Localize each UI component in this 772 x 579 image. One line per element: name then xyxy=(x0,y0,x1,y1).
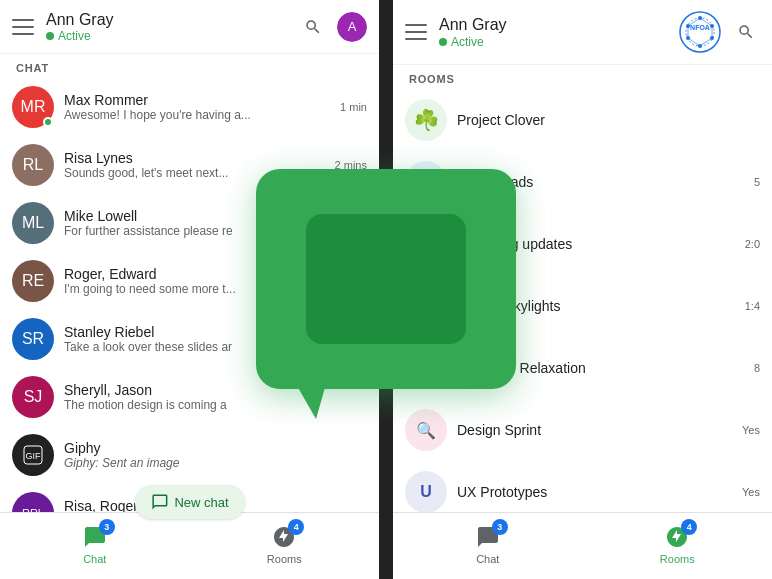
room-time-1: 5 xyxy=(754,176,760,188)
right-status-text: Active xyxy=(451,35,484,49)
left-bottom-bar: 3 Chat 4 Rooms xyxy=(0,512,379,579)
nfoa-logo-svg: NFOA xyxy=(678,10,722,54)
avatar-4: SR xyxy=(12,318,54,360)
chat-name-0: Max Rommer xyxy=(64,92,330,108)
chat-bubble-outer xyxy=(256,169,516,389)
room-content-0: Project Clover xyxy=(457,112,750,128)
new-chat-button[interactable]: New chat xyxy=(134,485,244,519)
chat-content-6: Giphy Giphy: Sent an image xyxy=(64,440,357,470)
room-time-6: Yes xyxy=(742,486,760,498)
active-dot-left xyxy=(46,32,54,40)
chat-item-giphy[interactable]: GIF Giphy Giphy: Sent an image xyxy=(0,426,379,484)
nfoa-logo: NFOA xyxy=(678,10,722,54)
room-icon-6: U xyxy=(405,471,447,512)
svg-text:NFOA: NFOA xyxy=(690,24,710,31)
left-contact-name: Ann Gray xyxy=(46,10,299,29)
right-header-icons: NFOA xyxy=(678,10,760,54)
right-header-title: Ann Gray Active xyxy=(439,15,678,48)
svg-text:GIF: GIF xyxy=(26,451,42,461)
room-name-5: Design Sprint xyxy=(457,422,732,438)
tab-chat-badge-right: 3 xyxy=(492,519,508,535)
tab-rooms-right[interactable]: 4 Rooms xyxy=(583,517,773,571)
avatar-1: RL xyxy=(12,144,54,186)
chat-preview-6: Giphy: Sent an image xyxy=(64,456,357,470)
room-time-5: Yes xyxy=(742,424,760,436)
avatar-wrap-6: GIF xyxy=(12,434,54,476)
room-time-2: 2:0 xyxy=(745,238,760,250)
avatar-5: SJ xyxy=(12,376,54,418)
room-icon-0: ☘️ xyxy=(405,99,447,141)
left-active-status: Active xyxy=(46,29,299,43)
chat-preview-0: Awesome! I hope you're having a... xyxy=(64,108,330,122)
tab-rooms-icon-wrap-left: 4 xyxy=(270,523,298,551)
left-header-title: Ann Gray Active xyxy=(46,10,299,43)
right-active-status: Active xyxy=(439,35,678,49)
room-name-0: Project Clover xyxy=(457,112,750,128)
chat-section-label: CHAT xyxy=(0,54,379,78)
tab-rooms-label-left: Rooms xyxy=(267,553,302,565)
avatar-3: RE xyxy=(12,260,54,302)
room-content-6: UX Prototypes xyxy=(457,484,732,500)
avatar-wrap-2: ML xyxy=(12,202,54,244)
right-contact-name: Ann Gray xyxy=(439,15,678,34)
avatar-wrap-3: RE xyxy=(12,260,54,302)
room-item-project-clover[interactable]: ☘️ Project Clover xyxy=(393,89,772,151)
tab-chat-label-right: Chat xyxy=(476,553,499,565)
bubble-overlay xyxy=(256,169,516,389)
chat-name-1: Risa Lynes xyxy=(64,150,325,166)
svg-point-4 xyxy=(686,18,714,46)
tab-rooms-left[interactable]: 4 Rooms xyxy=(190,517,380,571)
search-button-right[interactable] xyxy=(732,18,760,46)
tab-rooms-label-right: Rooms xyxy=(660,553,695,565)
tab-chat-icon-wrap-left: 3 xyxy=(81,523,109,551)
tab-chat-left[interactable]: 3 Chat xyxy=(0,517,190,571)
right-header: Ann Gray Active NFOA xyxy=(393,0,772,65)
online-dot-0 xyxy=(43,117,53,127)
tab-rooms-icon-wrap-right: 4 xyxy=(663,523,691,551)
avatar-wrap-7: RRL xyxy=(12,492,54,512)
tab-chat-badge-left: 3 xyxy=(99,519,115,535)
avatar-circle-left: A xyxy=(337,12,367,42)
avatar-2: ML xyxy=(12,202,54,244)
new-chat-label: New chat xyxy=(174,495,228,510)
chat-name-6: Giphy xyxy=(64,440,357,456)
menu-icon-right[interactable] xyxy=(405,24,427,40)
chat-item-max-rommer[interactable]: MR Max Rommer Awesome! I hope you're hav… xyxy=(0,78,379,136)
chat-bubble-tail xyxy=(296,384,326,419)
active-dot-right xyxy=(439,38,447,46)
left-header: Ann Gray Active A xyxy=(0,0,379,54)
user-avatar-left[interactable]: A xyxy=(337,12,367,42)
room-item-design-sprint[interactable]: 🔍 Design Sprint Yes xyxy=(393,399,772,461)
tab-rooms-badge-left: 4 xyxy=(288,519,304,535)
left-header-icons: A xyxy=(299,12,367,42)
search-button-left[interactable] xyxy=(299,13,327,41)
left-status-text: Active xyxy=(58,29,91,43)
room-name-6: UX Prototypes xyxy=(457,484,732,500)
room-item-ux-prototypes[interactable]: U UX Prototypes Yes xyxy=(393,461,772,512)
room-content-5: Design Sprint xyxy=(457,422,732,438)
chat-content-0: Max Rommer Awesome! I hope you're having… xyxy=(64,92,330,122)
avatar-wrap-1: RL xyxy=(12,144,54,186)
svg-line-13 xyxy=(700,38,712,46)
menu-icon-left[interactable] xyxy=(12,19,34,35)
room-time-4: 8 xyxy=(754,362,760,374)
room-icon-5: 🔍 xyxy=(405,409,447,451)
chat-bubble-inner xyxy=(306,214,466,344)
avatar-wrap-0: MR xyxy=(12,86,54,128)
room-time-3: 1:4 xyxy=(745,300,760,312)
avatar-7: RRL xyxy=(12,492,54,512)
tab-rooms-badge-right: 4 xyxy=(681,519,697,535)
tab-chat-icon-wrap-right: 3 xyxy=(474,523,502,551)
avatar-wrap-4: SR xyxy=(12,318,54,360)
tab-chat-right[interactable]: 3 Chat xyxy=(393,517,583,571)
rooms-section-label: ROOMS xyxy=(393,65,772,89)
right-bottom-bar: 3 Chat 4 Rooms xyxy=(393,512,772,579)
avatar-wrap-5: SJ xyxy=(12,376,54,418)
tab-chat-label-left: Chat xyxy=(83,553,106,565)
chat-time-0: 1 min xyxy=(340,101,367,113)
avatar-6: GIF xyxy=(12,434,54,476)
